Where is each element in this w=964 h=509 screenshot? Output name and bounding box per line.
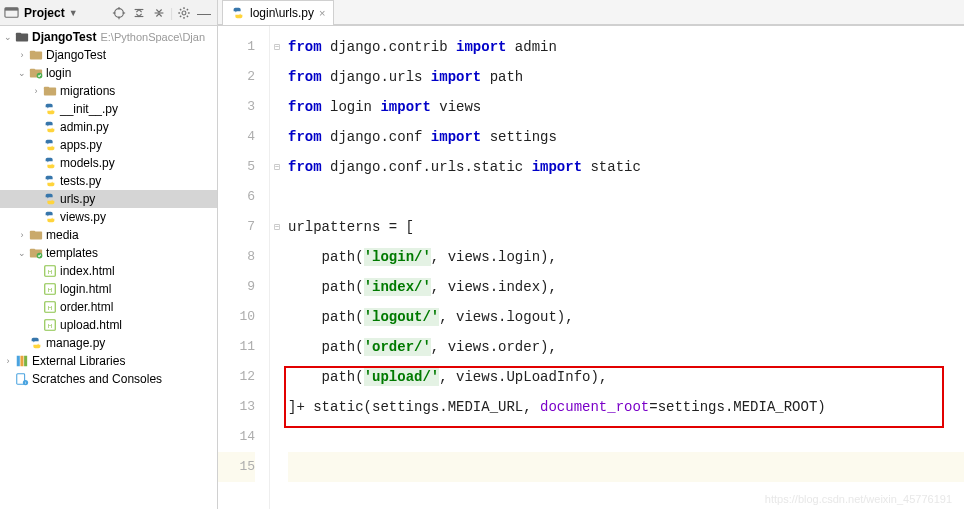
line-number: 12 [218,362,255,392]
tree-row[interactable]: tests.py [0,172,217,190]
tree-row[interactable]: apps.py [0,136,217,154]
tree-row[interactable]: urls.py [0,190,217,208]
line-number: 1 [218,32,255,62]
svg-rect-42 [20,356,23,367]
html-icon: H [42,318,57,333]
fold-none [270,272,284,302]
code-line[interactable]: from django.conf import settings [288,122,964,152]
tree-label: tests.py [60,174,101,188]
tab-urls-py[interactable]: login\urls.py × [222,0,334,25]
project-label: Project [24,6,65,20]
code-line[interactable]: from django.conf.urls.static import stat… [288,152,964,182]
fold-none [270,122,284,152]
dir-icon [28,48,43,63]
py-icon [28,336,43,351]
svg-line-15 [180,8,181,9]
project-panel-icon [4,5,19,20]
project-tree[interactable]: ⌄DjangoTestE:\PythonSpace\Djan›DjangoTes… [0,26,218,509]
tree-label: __init__.py [60,102,118,116]
svg-rect-22 [29,51,34,54]
expand-icon[interactable] [130,4,148,22]
tree-row[interactable]: ›DjangoTest [0,46,217,64]
project-dropdown-icon[interactable]: ▼ [69,8,78,18]
chevron-right-icon[interactable]: › [30,86,42,96]
code-line[interactable]: path('order/', views.order), [288,332,964,362]
tree-label: index.html [60,264,115,278]
code-line[interactable]: urlpatterns = [ [288,212,964,242]
line-number: 7 [218,212,255,242]
fold-toggle-icon[interactable]: ⊟ [270,32,284,62]
svg-text:H: H [47,268,51,275]
tree-row[interactable]: Hlogin.html [0,280,217,298]
chevron-right-icon[interactable]: › [16,230,28,240]
tree-row[interactable]: Hindex.html [0,262,217,280]
chevron-right-icon[interactable]: › [2,356,14,366]
tree-row[interactable]: ›media [0,226,217,244]
line-number: 11 [218,332,255,362]
tree-label: DjangoTest [46,48,106,62]
py-icon [42,138,57,153]
line-number: 9 [218,272,255,302]
code-line[interactable]: path('upload/', views.UpLoadInfo), [288,362,964,392]
tree-row[interactable]: __init__.py [0,100,217,118]
tree-row[interactable]: models.py [0,154,217,172]
dir-chk-icon [28,246,43,261]
chevron-down-icon[interactable]: ⌄ [16,248,28,258]
code-line[interactable]: from django.urls import path [288,62,964,92]
svg-text:H: H [47,322,51,329]
gear-icon[interactable] [175,4,193,22]
hide-icon[interactable]: — [195,4,213,22]
tree-row[interactable]: ⌄templates [0,244,217,262]
tree-row[interactable]: ›External Libraries [0,352,217,370]
svg-rect-1 [5,8,18,11]
tree-label: media [46,228,79,242]
code-line[interactable] [288,182,964,212]
python-file-icon [231,6,245,20]
close-icon[interactable]: × [319,7,325,19]
svg-line-16 [187,15,188,16]
tree-row[interactable]: iScratches and Consoles [0,370,217,388]
code-line[interactable]: from login import views [288,92,964,122]
code-line[interactable]: path('index/', views.index), [288,272,964,302]
lib-icon [14,354,29,369]
fold-toggle-icon[interactable]: ⊟ [270,152,284,182]
line-number: 13 [218,392,255,422]
svg-point-2 [115,8,124,17]
tree-label: Scratches and Consoles [32,372,162,386]
chevron-down-icon[interactable]: ⌄ [2,32,14,42]
tree-row[interactable]: Hupload.html [0,316,217,334]
code-line[interactable]: path('login/', views.login), [288,242,964,272]
code-line[interactable]: ]+ static(settings.MEDIA_URL, document_r… [288,392,964,422]
target-icon[interactable] [110,4,128,22]
chevron-down-icon[interactable]: ⌄ [16,68,28,78]
fold-none [270,182,284,212]
fold-none [270,92,284,122]
fold-none [270,302,284,332]
fold-toggle-icon[interactable]: ⊟ [270,212,284,242]
fold-none [270,362,284,392]
code-editor[interactable]: 123456789101112131415 ⊟⊟⊟ https://blog.c… [218,26,964,509]
chevron-right-icon[interactable]: › [16,50,28,60]
tree-row[interactable]: manage.py [0,334,217,352]
code-line[interactable]: from django.contrib import admin [288,32,964,62]
tree-label: admin.py [60,120,109,134]
tree-row[interactable]: ⌄DjangoTestE:\PythonSpace\Djan [0,28,217,46]
code-line[interactable] [288,422,964,452]
fold-none [270,332,284,362]
py-icon [42,174,57,189]
code-area[interactable]: https://blog.csdn.net/weixin_45776191 fr… [284,26,964,509]
py-icon [42,120,57,135]
line-number: 3 [218,92,255,122]
collapse-icon[interactable] [150,4,168,22]
tree-row[interactable]: Horder.html [0,298,217,316]
svg-rect-27 [43,87,48,90]
tree-row[interactable]: ›migrations [0,82,217,100]
tree-row[interactable]: ⌄login [0,64,217,82]
code-line[interactable]: path('logout/', views.logout), [288,302,964,332]
line-number: 5 [218,152,255,182]
tree-row[interactable]: views.py [0,208,217,226]
tree-row[interactable]: admin.py [0,118,217,136]
tree-label: manage.py [46,336,105,350]
svg-text:H: H [47,286,51,293]
code-line[interactable] [288,452,964,482]
